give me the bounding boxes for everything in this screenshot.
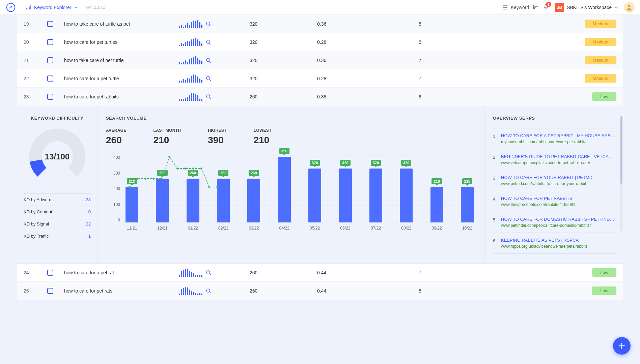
metric-value: 7 [385, 76, 455, 81]
metric-value: 7 [385, 58, 455, 63]
row-checkbox[interactable] [47, 288, 53, 294]
row-checkbox[interactable] [47, 39, 53, 45]
search-icon[interactable] [206, 94, 211, 99]
search-icon[interactable] [206, 21, 211, 27]
serp-result[interactable]: 1 HOW TO CARE FOR A PET RABBIT - MY HOUS… [493, 128, 615, 149]
table-row[interactable]: 25 how to care for pet rats 260 0.44 6 L… [17, 282, 623, 300]
keyword-table: 19 how to take care of turtle as pet 320… [17, 15, 623, 300]
svg-point-3 [206, 40, 210, 43]
volume-value: 260 [250, 288, 317, 294]
row-checkbox[interactable] [47, 75, 53, 82]
row-index: 24 [24, 270, 47, 275]
chart-bar: 320 [308, 169, 321, 222]
metric-value: 0.44 [317, 270, 385, 275]
row-index: 21 [24, 58, 47, 63]
chevron-down-icon [74, 5, 78, 9]
keyword-list-button[interactable]: Keyword List [503, 5, 538, 10]
serp-title: BEGINNER'S GUIDE TO PET RABBIT CARE - VE… [501, 154, 615, 159]
trend-sparkline [179, 287, 202, 295]
table-row[interactable]: 24 how to care for a pet rat 260 0.44 7 … [17, 264, 623, 282]
search-icon[interactable] [206, 39, 211, 45]
row-index: 22 [24, 76, 47, 81]
serp-url: www.vetcarepethospital.c..uide-to-pet-ra… [501, 160, 615, 165]
serp-result[interactable]: 4 HOW TO CARE FOR PET RABBITS www.thespr… [493, 191, 615, 212]
metric-value: 6 [385, 94, 455, 99]
difficulty-badge: Low [592, 92, 616, 101]
serp-result[interactable]: 2 BEGINNER'S GUIDE TO PET RABBIT CARE - … [493, 149, 615, 170]
trend-sparkline [179, 38, 202, 46]
svg-point-1 [628, 5, 630, 7]
row-index: 23 [24, 94, 47, 99]
row-index: 19 [24, 21, 47, 27]
trend-sparkline [179, 74, 202, 83]
svg-point-21 [206, 271, 210, 274]
chart-bar: 210 [430, 187, 443, 222]
metric-value: 0.36 [317, 58, 385, 63]
detail-panel: KEYWORD DIFFICULTY 13/100 KD by Adwords2… [17, 106, 623, 264]
metric-value: 7 [385, 270, 455, 275]
table-row[interactable]: 21 how to take care of pet turtle 320 0.… [17, 51, 623, 69]
metric-value: 0.28 [317, 76, 385, 81]
chart-bar: 210 [126, 187, 138, 222]
keyword-text: how to care for a pet rat [64, 270, 179, 275]
notifications-button[interactable]: 1 [543, 4, 549, 11]
trend-sparkline [179, 269, 202, 277]
serp-title: HOW TO CARE FOR YOUR RABBIT | PETMD [501, 175, 615, 180]
volume-value: 320 [250, 58, 317, 63]
row-checkbox[interactable] [47, 57, 53, 63]
chart-bar: 320 [369, 169, 382, 222]
kd-gauge: 13/100 [29, 128, 86, 185]
serp-result[interactable]: 5 HOW TO CARE FOR DOMESTIC RABBITS - PET… [493, 212, 615, 233]
serp-url: myhouserabbit.com/rabbit-care/care-pet-r… [501, 140, 615, 144]
bars-icon [26, 5, 31, 10]
search-icon[interactable] [206, 76, 211, 81]
user-avatar[interactable] [624, 2, 635, 13]
chart-bar: 390 [278, 157, 291, 222]
chevron-down-icon [614, 5, 618, 9]
difficulty-badge: Medium [585, 20, 616, 28]
serp-scrollbar[interactable] [620, 116, 622, 231]
search-volume-panel: SEARCH VOLUME AVERAGE260 LAST MONTH210 H… [98, 106, 485, 263]
svg-point-2 [206, 22, 210, 25]
difficulty-badge: Medium [585, 56, 616, 64]
search-icon[interactable] [206, 288, 211, 294]
trend-sparkline [179, 20, 202, 28]
row-checkbox[interactable] [47, 94, 53, 100]
row-checkbox[interactable] [47, 270, 53, 276]
keyword-text: how to care for pet rabbits [64, 94, 179, 99]
search-volume-chart: 4003002001000 210 260 260 260 260 390 32… [123, 155, 476, 233]
row-index: 25 [24, 288, 47, 294]
metric-value: 0.38 [317, 94, 385, 99]
page-name: Keyword Explorer [34, 5, 72, 10]
chart-bar: 260 [187, 179, 199, 222]
list-icon [503, 5, 508, 10]
serp-url: www.rspca.org.uk/adviceandwelfare/pets/r… [501, 244, 615, 249]
kd-metric-row: KD by Signal22 [24, 218, 91, 230]
metric-value: 0.36 [317, 21, 385, 27]
volume-value: 260 [250, 270, 317, 275]
search-icon[interactable] [206, 270, 211, 275]
serp-result[interactable]: 6 KEEPING RABBITS AS PETS | RSPCA www.rs… [493, 233, 615, 254]
svg-point-5 [206, 77, 210, 80]
table-row[interactable]: 20 how to care for pet turtles 320 0.28 … [17, 33, 623, 51]
serp-title: HOW TO CARE FOR A PET RABBIT - MY HOUSE … [501, 133, 615, 138]
workspace-icon: SB [555, 3, 564, 12]
page-selector[interactable]: Keyword Explorer [26, 5, 78, 10]
notification-badge: 1 [546, 2, 551, 7]
kd-score: 13/100 [29, 128, 86, 185]
workspace-selector[interactable]: SB SBKITS's Workspace [555, 3, 618, 12]
table-row[interactable]: 22 how to care for a pet turtle 320 0.28… [17, 69, 623, 88]
svg-point-4 [206, 58, 210, 62]
serp-url: www.petfinder.com/pet-ca../care-domestic… [501, 223, 615, 228]
serp-result[interactable]: 3 HOW TO CARE FOR YOUR RABBIT | PETMD ww… [493, 170, 615, 191]
chart-bar: 260 [247, 179, 260, 222]
volume-value: 320 [250, 39, 317, 45]
serp-url: www.thesprucepets.com/rabbits-4162081 [501, 202, 615, 207]
row-checkbox[interactable] [47, 21, 53, 27]
chart-bar: 320 [400, 169, 413, 222]
difficulty-badge: Medium [585, 74, 616, 83]
search-icon[interactable] [206, 58, 211, 63]
app-logo[interactable] [5, 2, 16, 13]
table-row[interactable]: 19 how to take care of turtle as pet 320… [17, 15, 623, 33]
table-row[interactable]: 23 how to care for pet rabbits 260 0.38 … [17, 88, 623, 106]
